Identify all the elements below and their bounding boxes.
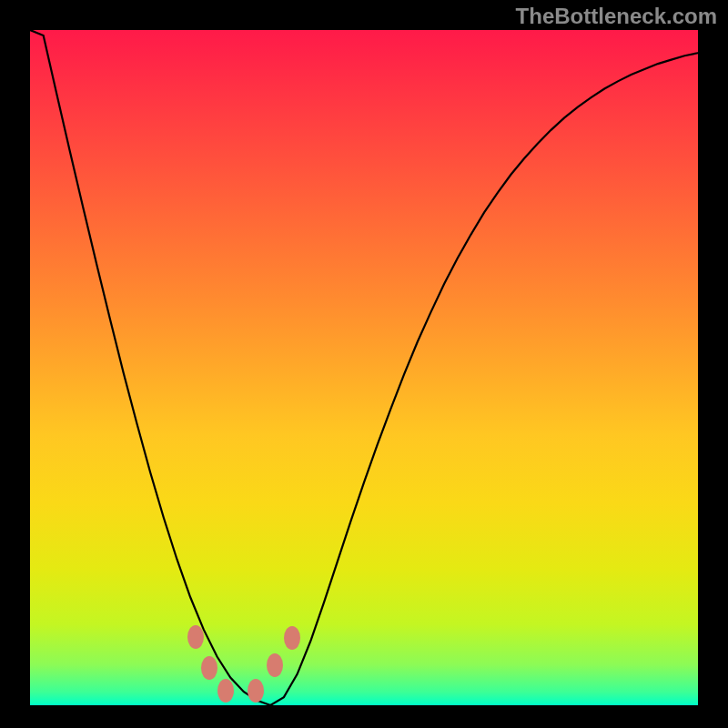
gradient-fill [30, 30, 698, 705]
marker-right-upper [284, 626, 300, 650]
marker-right-mid [267, 653, 283, 677]
watermark-text: TheBottleneck.com [516, 4, 717, 29]
plot-svg [30, 30, 698, 705]
marker-right-lower [248, 679, 264, 703]
bottleneck-chart [30, 30, 698, 705]
marker-left-upper [187, 625, 204, 649]
marker-left-mid [201, 656, 217, 680]
marker-left-lower [217, 679, 234, 703]
